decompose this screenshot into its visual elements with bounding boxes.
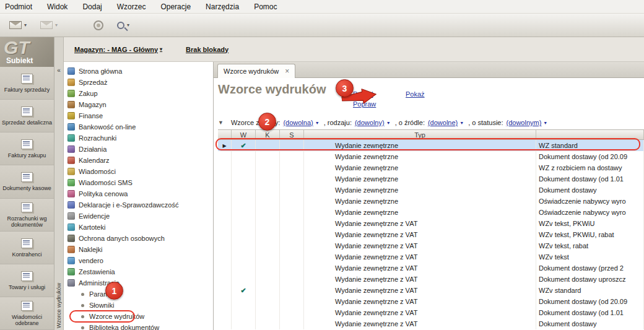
filter-collapse-icon[interactable]: ▼ — [218, 119, 224, 126]
send-message-button[interactable]: ▾ — [5, 18, 31, 32]
table-row[interactable]: ▶ ✔ Wydanie zewnętrzne WZ standard — [218, 140, 644, 151]
menu-item[interactable]: Narzędzia — [206, 2, 239, 11]
tree-item[interactable]: Rozrachunki — [64, 132, 213, 144]
filter-link[interactable]: (dowolne) — [428, 119, 458, 126]
tree-item-icon — [67, 79, 75, 86]
table-row[interactable]: Wydanie zewnętrzne z VAT WZv tekst, raba… — [218, 240, 644, 251]
tree-item-label: Finanse — [79, 112, 103, 119]
menu-item[interactable]: Widok — [47, 2, 67, 11]
tree-item[interactable]: Parametry — [64, 289, 213, 300]
table-row[interactable]: Wydanie zewnętrzne Dokument dostawy — [218, 185, 644, 196]
table-row[interactable]: Wydanie zewnętrzne Dokument dostawy (od … — [218, 151, 644, 162]
tree-item[interactable]: Bankowość on-line — [64, 121, 213, 132]
sidebar-item[interactable]: Wiadomości odebrane — [0, 297, 54, 330]
tree-item[interactable]: vendero — [64, 255, 213, 266]
col-name[interactable] — [536, 130, 644, 139]
menu-item[interactable]: Pomoc — [254, 2, 277, 11]
col-k[interactable]: K — [256, 130, 280, 139]
table-row[interactable]: Wydanie zewnętrzne z VAT Dokument dostaw… — [218, 263, 644, 274]
search-help-button[interactable]: ▾ — [113, 19, 134, 32]
tree-item[interactable]: Kalendarz — [64, 155, 213, 166]
cell-name: WZ standard — [536, 140, 644, 151]
tab-close-icon[interactable]: × — [285, 67, 289, 75]
table-row[interactable]: Wydanie zewnętrzne z VAT Dokument dostaw… — [218, 318, 644, 329]
tab-wzorce-wydrukow[interactable]: Wzorce wydruków × — [217, 64, 295, 78]
tree-item[interactable]: Działania — [64, 144, 213, 155]
tree-item[interactable]: Zakup — [64, 88, 213, 99]
filter-link[interactable]: (dowolnym) — [507, 119, 542, 126]
tree-item[interactable]: Biblioteka dokumentów — [64, 322, 213, 330]
menu-item[interactable]: Operacje — [160, 2, 191, 11]
cell-name: Oświadczenie nabywcy wyro — [536, 207, 644, 218]
sidebar-item[interactable]: Rozrachunki wg dokumentów — [0, 199, 54, 232]
menu-item[interactable]: Wzorzec — [117, 2, 146, 11]
tree-item[interactable]: Strona główna — [64, 66, 213, 77]
sidebar-item[interactable]: Towary i usługi — [0, 264, 54, 297]
tree-item[interactable]: Kartoteki — [64, 222, 213, 233]
table-row[interactable]: Wydanie zewnętrzne Dokument dostawy (od … — [218, 173, 644, 185]
cell-name: WZv tekst — [536, 251, 644, 263]
tree-item[interactable]: Administracja — [64, 277, 213, 289]
vertical-tab-label[interactable]: Wzorce wydruków — [56, 283, 62, 328]
filter-link[interactable]: (dowolny) — [355, 119, 385, 126]
table-row[interactable]: ✔ Wydanie zewnętrzne z VAT WZv standard — [218, 285, 644, 296]
tree-item[interactable]: Słowniki — [64, 300, 213, 311]
table-row[interactable]: Wydanie zewnętrzne z VAT Dokument dostaw… — [218, 296, 644, 307]
col-s[interactable]: S — [280, 130, 304, 139]
sidebar-item[interactable]: Faktury sprzedaży — [0, 67, 54, 100]
sidebar-item[interactable]: Kontrahenci — [0, 232, 54, 264]
tree-item-label: Biblioteka dokumentów — [89, 324, 159, 330]
sidebar-item[interactable]: Dokumenty kasowe — [0, 165, 54, 198]
logo-gt-text: GT — [4, 37, 30, 58]
table-row[interactable]: Wydanie zewnętrzne z VAT WZv tekst, PKWi… — [218, 229, 644, 240]
filter-link[interactable]: (dowolna) — [283, 119, 313, 126]
collapse-chevron-icon[interactable]: « — [54, 67, 63, 74]
cell-typ: Wydanie zewnętrzne z VAT — [304, 218, 536, 229]
tree-item[interactable]: Wiadomości SMS — [64, 177, 213, 188]
tree-item[interactable]: Wzorce wydruków — [64, 311, 213, 322]
tree-item-label: Zakup — [79, 90, 98, 97]
col-w[interactable]: W — [232, 130, 256, 139]
email-button[interactable]: ▾ — [36, 18, 62, 32]
cell-typ: Wydanie zewnętrzne z VAT — [304, 274, 536, 285]
cell-k — [256, 162, 280, 173]
table-row[interactable]: Wydanie zewnętrzne z VAT Dokument dostaw… — [218, 307, 644, 318]
row-pointer-icon — [218, 162, 232, 173]
link-pokaz[interactable]: Pokaż — [406, 90, 425, 98]
warehouse-selector[interactable]: Magazyn: - MAG - Główny ▾ — [74, 46, 162, 53]
stamp-button[interactable] — [89, 17, 108, 33]
tree-item[interactable]: Zestawienia — [64, 266, 213, 277]
check-icon — [232, 229, 256, 240]
col-typ[interactable]: Typ — [304, 130, 536, 139]
module-icon — [19, 172, 35, 184]
sidebar-item[interactable]: Sprzedaż detaliczna — [0, 100, 54, 132]
sidebar-item[interactable]: Faktury zakupu — [0, 132, 54, 165]
tree-item[interactable]: Deklaracje i e-Sprawozdawczość — [64, 199, 213, 211]
table-row[interactable]: Wydanie zewnętrzne WZ z rozbiciem na dos… — [218, 162, 644, 173]
link-powiel[interactable]: Powiel — [353, 90, 373, 98]
sidebar-item-label: Faktury sprzedaży — [4, 87, 50, 93]
cell-typ: Wydanie zewnętrzne z VAT — [304, 251, 536, 263]
tree-item[interactable]: Magazyn — [64, 99, 213, 110]
menu-item[interactable]: Podmiot — [5, 2, 32, 11]
tree-item[interactable]: Ewidencje — [64, 211, 213, 222]
tree-item[interactable]: Ochrona danych osobowych — [64, 233, 213, 244]
cell-k — [256, 151, 280, 162]
table-row[interactable]: Wydanie zewnętrzne z VAT Dokument dostaw… — [218, 274, 644, 285]
table-row[interactable]: Wydanie zewnętrzne z VAT WZv tekst — [218, 251, 644, 263]
menu-item[interactable]: Dodaj — [82, 2, 102, 11]
tree-item[interactable]: Finanse — [64, 110, 213, 121]
tree-item[interactable]: Sprzedaż — [64, 77, 213, 88]
table-row[interactable]: Wydanie zewnętrzne Oświadczenie nabywcy … — [218, 196, 644, 207]
table-row[interactable]: Wydanie zewnętrzne Oświadczenie nabywcy … — [218, 207, 644, 218]
row-pointer-icon — [218, 274, 232, 285]
tree-item[interactable]: Wiadomości — [64, 166, 213, 177]
tree-item-icon — [67, 168, 75, 175]
link-popraw[interactable]: Popraw — [353, 100, 376, 108]
main-area: Wzorce wydruków × Wzorce wydruków Powiel… — [214, 62, 644, 330]
tree-item[interactable]: Polityka cenowa — [64, 188, 213, 199]
module-icon — [19, 73, 35, 85]
tree-item[interactable]: Naklejki — [64, 244, 213, 255]
table-row[interactable]: Wydanie zewnętrzne z VAT WZv tekst, PKWi… — [218, 218, 644, 229]
lock-status[interactable]: Brak blokady — [186, 46, 228, 53]
